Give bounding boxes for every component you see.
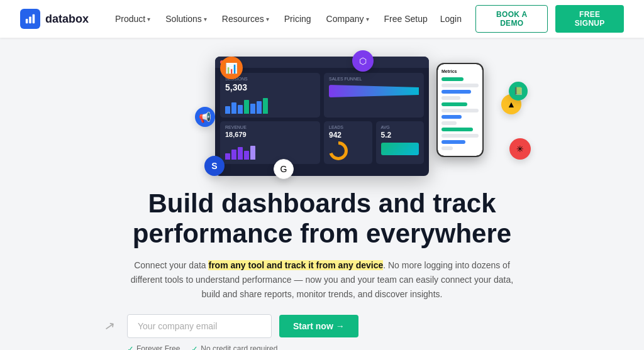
sparkline [381,143,419,155]
chevron-down-icon: ▾ [366,16,369,23]
svg-rect-1 [29,16,31,23]
hero-subtext: Connect your data from any tool and trac… [127,258,517,302]
phone-row-3 [441,90,471,94]
phone-row-4 [441,96,460,100]
analytics-icon: 📊 [220,57,243,79]
revenue-bar-chart [225,141,315,160]
book-demo-button[interactable]: BOOK A DEMO [475,5,548,33]
funnel-visual [329,85,419,97]
headline-section: Build dashboards and track performance f… [127,189,517,350]
stat3-label: LEADS [329,125,367,129]
phone-screen: Metrics [438,64,482,156]
chevron-down-icon: ▾ [204,16,207,23]
nav-right: Login BOOK A DEMO FREE SIGNUP [434,5,624,33]
trust-no-credit-card: ✓ No credit card required [191,344,277,350]
trust-forever-free: ✓ Forever Free [127,344,180,350]
navbar: databox Product ▾ Solutions ▾ Resources … [0,0,644,38]
revenue-widget: REVENUE 18,679 [220,121,320,164]
highlighted-text: from any tool and track it from any devi… [208,260,383,270]
stat4-label: AVG [381,125,419,129]
speaker-icon: 📢 [195,107,215,127]
revenue-value: 18,679 [225,131,315,138]
arrow-hint-icon: ↗ [103,318,116,335]
sessions-label: SESSIONS [225,77,315,81]
phone-row-8 [441,121,457,125]
nav-free-setup[interactable]: Free Setup [378,10,434,28]
hero-section: 📊 📢 ⬡ ▲ ✳ 📗 S G SESSIONS 5,303 [0,38,644,350]
login-link[interactable]: Login [434,10,468,28]
free-signup-button[interactable]: FREE SIGNUP [555,5,624,33]
logo-icon [20,9,40,29]
sessions-widget: SESSIONS 5,303 [220,73,320,118]
integration-icon: ✳ [509,138,531,160]
bottom-widgets: LEADS 942 AVG 5.2 [324,121,424,164]
funnel-widget: SALES FUNNEL [324,73,424,118]
check-icon: ✓ [191,344,198,350]
chevron-down-icon: ▾ [266,16,269,23]
google-icon: G [274,159,294,179]
phone-row-1 [441,77,464,81]
nav-links: Product ▾ Solutions ▾ Resources ▾ Pricin… [109,10,434,28]
sheets-icon: 📗 [509,82,528,101]
stripe-icon: S [204,156,225,176]
phone-row-7 [441,115,462,119]
phone-row-12 [441,146,453,150]
hubspot-icon: ⬡ [352,50,374,72]
nav-resources[interactable]: Resources ▾ [216,10,275,28]
sessions-value: 5,303 [225,82,315,92]
page-title: Build dashboards and track performance f… [127,189,517,249]
nav-company[interactable]: Company ▾ [320,10,375,28]
screen-content: SESSIONS 5,303 SALES FUNNEL [215,68,429,169]
phone-row-9 [441,128,473,131]
stat3-value: 942 [329,131,367,139]
phone-metrics-label: Metrics [441,69,479,74]
screen-titlebar [215,57,429,68]
phone-row-2 [441,84,479,87]
stat3-widget: LEADS 942 [324,121,372,164]
sessions-bar-chart [225,95,315,114]
gauge-visual [329,141,348,160]
phone-row-6 [441,109,479,112]
stat4-widget: AVG 5.2 [376,121,425,164]
nav-pricing[interactable]: Pricing [278,10,318,28]
svg-rect-2 [33,14,35,23]
svg-rect-0 [26,19,28,23]
nav-solutions[interactable]: Solutions ▾ [159,10,213,28]
cta-row: ↗ Start now → [127,314,517,338]
chevron-down-icon: ▾ [147,16,150,23]
dashboard-illustration: 📊 📢 ⬡ ▲ ✳ 📗 S G SESSIONS 5,303 [25,44,619,189]
start-now-button[interactable]: Start now → [279,315,358,337]
logo[interactable]: databox [20,9,89,29]
revenue-label: REVENUE [225,125,315,129]
brand-name: databox [45,13,89,26]
email-input[interactable] [127,314,272,338]
check-icon: ✓ [127,344,134,350]
main-dashboard-screen: SESSIONS 5,303 SALES FUNNEL [215,57,429,176]
stat4-value: 5.2 [381,131,419,139]
phone-row-11 [441,140,465,144]
phone-row-10 [441,134,479,138]
trust-row: ✓ Forever Free ✓ No credit card required [127,344,517,350]
funnel-label: SALES FUNNEL [329,77,419,81]
phone-row-5 [441,102,467,106]
phone-mockup: Metrics [436,63,484,157]
nav-product[interactable]: Product ▾ [109,10,157,28]
